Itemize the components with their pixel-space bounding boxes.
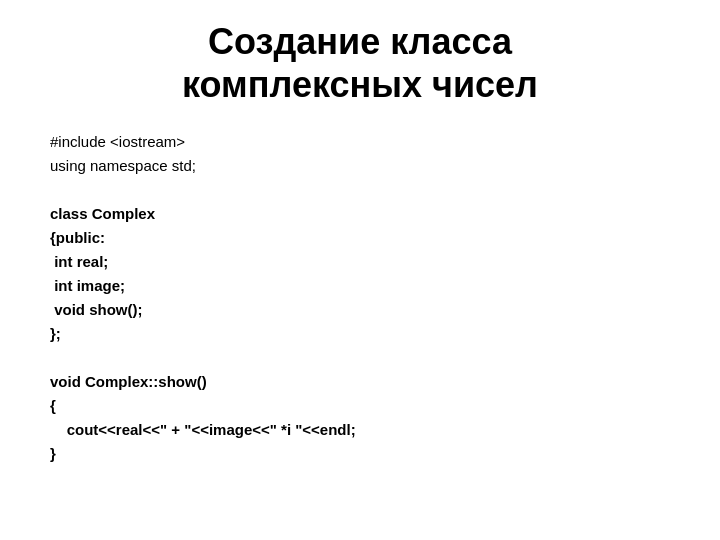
code-line: void Complex::show() [50,370,670,394]
code-empty-line [50,178,670,202]
code-line: int image; [50,274,670,298]
code-line: {public: [50,226,670,250]
code-line: }; [50,322,670,346]
title-line1: Создание класса [208,21,512,62]
code-line: } [50,442,670,466]
code-line: class Complex [50,202,670,226]
code-line: using namespace std; [50,154,670,178]
code-line: { [50,394,670,418]
code-line: int real; [50,250,670,274]
code-line: void show(); [50,298,670,322]
code-block: #include <iostream>using namespace std;c… [50,130,670,466]
code-line: #include <iostream> [50,130,670,154]
code-empty-line [50,346,670,370]
title-line2: комплексных чисел [182,64,538,105]
page-title: Создание класса комплексных чисел [182,20,538,106]
page-container: Создание класса комплексных чисел #inclu… [0,0,720,540]
code-line: cout<<real<<" + "<<image<<" *i "<<endl; [50,418,670,442]
